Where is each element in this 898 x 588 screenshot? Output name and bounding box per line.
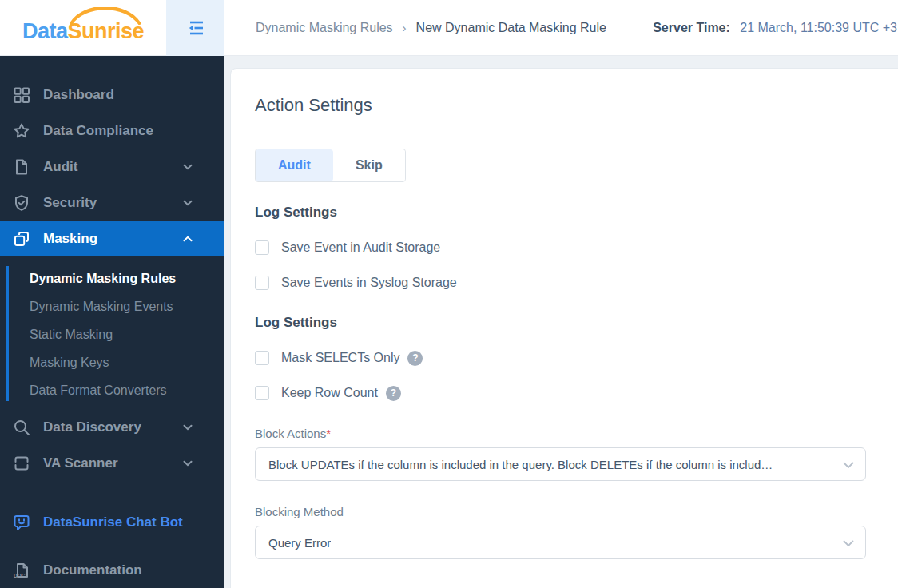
- sidebar-divider: [0, 491, 224, 491]
- submenu-item-dynamic-masking-rules[interactable]: Dynamic Masking Rules: [0, 264, 224, 292]
- sidebar-item-label: Data Compliance: [43, 123, 153, 139]
- keep-row-count-checkbox[interactable]: [255, 386, 269, 400]
- sidebar-item-chat-bot[interactable]: DataSunrise Chat Bot: [0, 504, 224, 540]
- checkbox-label: Save Events in Syslog Storage: [281, 276, 457, 290]
- log-settings-heading-1: Log Settings: [255, 204, 898, 220]
- tab-skip[interactable]: Skip: [333, 149, 405, 181]
- submenu-item-masking-keys[interactable]: Masking Keys: [0, 348, 224, 376]
- chevron-down-icon: [183, 164, 193, 170]
- sidebar-item-data-discovery[interactable]: Data Discovery: [0, 409, 224, 445]
- sidebar: Dashboard Data Compliance Audit Security: [0, 56, 224, 588]
- sidebar-item-label: Security: [43, 195, 97, 211]
- scanner-icon: [12, 454, 31, 473]
- checkbox-row: Save Event in Audit Storage: [255, 238, 898, 257]
- server-time-value: 21 March, 11:50:39 UTC +3: [740, 21, 897, 34]
- sidebar-item-audit[interactable]: Audit: [0, 149, 224, 185]
- help-icon[interactable]: ?: [407, 351, 423, 366]
- checkbox-label: Mask SELECTs Only: [281, 351, 399, 365]
- app-logo[interactable]: DataSunrise: [0, 0, 166, 56]
- required-asterisk: *: [326, 427, 331, 440]
- submenu-item-data-format-converters[interactable]: Data Format Converters: [0, 376, 224, 404]
- checkbox-label: Keep Row Count: [281, 386, 378, 400]
- shield-icon: [12, 193, 31, 213]
- breadcrumb-parent-link[interactable]: Dynamic Masking Rules: [256, 21, 393, 35]
- chevron-up-icon: [183, 236, 193, 242]
- svg-text:DOC: DOC: [14, 572, 26, 578]
- action-tabs: Audit Skip: [255, 149, 406, 182]
- breadcrumb-current: New Dynamic Data Masking Rule: [416, 21, 606, 35]
- mask-selects-only-checkbox[interactable]: [255, 351, 269, 365]
- collapse-sidebar-icon: [184, 18, 208, 38]
- chevron-down-icon: [183, 200, 193, 206]
- sidebar-item-data-compliance[interactable]: Data Compliance: [0, 113, 224, 149]
- sidebar-item-security[interactable]: Security: [0, 185, 224, 220]
- masking-submenu: Dynamic Masking Rules Dynamic Masking Ev…: [0, 256, 224, 409]
- page-title: Action Settings: [255, 94, 898, 117]
- document-icon: [12, 157, 31, 177]
- doc-icon: DOC: [12, 561, 31, 580]
- select-value: Query Error: [268, 536, 331, 550]
- sidebar-item-label: VA Scanner: [43, 455, 118, 471]
- chat-bot-icon: [12, 513, 31, 532]
- tab-audit[interactable]: Audit: [256, 149, 333, 181]
- mask-icon: [12, 229, 31, 248]
- checkbox-row: Mask SELECTs Only ?: [255, 348, 898, 368]
- star-icon: [12, 121, 31, 141]
- sidebar-item-masking[interactable]: Masking: [0, 220, 224, 256]
- blocking-method-select[interactable]: Query Error: [255, 526, 866, 559]
- sidebar-item-label: DataSunrise Chat Bot: [43, 514, 183, 530]
- top-header: DataSunrise Dynamic Masking Rules › New …: [0, 0, 898, 56]
- breadcrumb: Dynamic Masking Rules › New Dynamic Data…: [256, 21, 606, 35]
- main-content: Action Settings Audit Skip Log Settings …: [230, 68, 898, 588]
- server-time: Server Time: 21 March, 11:50:39 UTC +3: [653, 21, 898, 35]
- server-time-label: Server Time:: [653, 21, 730, 34]
- checkbox-label: Save Event in Audit Storage: [281, 240, 440, 255]
- submenu-item-dynamic-masking-events[interactable]: Dynamic Masking Events: [0, 292, 224, 320]
- search-icon: [12, 418, 31, 437]
- sidebar-item-documentation[interactable]: DOC Documentation: [0, 552, 224, 588]
- sidebar-item-label: Masking: [43, 231, 97, 247]
- breadcrumb-separator: ›: [403, 21, 407, 34]
- logo-text-data: Data: [22, 19, 68, 44]
- sidebar-item-label: Dashboard: [43, 87, 114, 103]
- chevron-down-icon: [843, 540, 854, 547]
- sidebar-item-label: Data Discovery: [43, 419, 141, 435]
- chevron-down-icon: [843, 462, 854, 469]
- sidebar-item-dashboard[interactable]: Dashboard: [0, 77, 224, 113]
- sidebar-item-label: Documentation: [43, 562, 142, 578]
- checkbox-row: Save Events in Syslog Storage: [255, 273, 898, 292]
- sunrise-arc-icon: [67, 7, 144, 25]
- blocking-method-label: Blocking Method: [255, 505, 898, 519]
- sidebar-item-va-scanner[interactable]: VA Scanner: [0, 445, 224, 481]
- select-value: Block UPDATEs if the column is included …: [268, 458, 773, 471]
- collapse-sidebar-button[interactable]: [166, 0, 224, 56]
- block-actions-label: Block Actions*: [255, 427, 898, 441]
- help-icon[interactable]: ?: [386, 386, 401, 401]
- checkbox-row: Keep Row Count ?: [255, 383, 898, 403]
- submenu-item-static-masking[interactable]: Static Masking: [0, 320, 224, 348]
- sidebar-item-label: Audit: [43, 159, 77, 175]
- log-settings-heading-2: Log Settings: [255, 314, 898, 331]
- block-actions-select[interactable]: Block UPDATEs if the column is included …: [255, 447, 866, 481]
- chevron-down-icon: [183, 424, 193, 431]
- dashboard-icon: [12, 85, 31, 105]
- save-events-syslog-storage-checkbox[interactable]: [255, 276, 269, 290]
- chevron-down-icon: [183, 460, 193, 467]
- save-event-audit-storage-checkbox[interactable]: [255, 240, 269, 255]
